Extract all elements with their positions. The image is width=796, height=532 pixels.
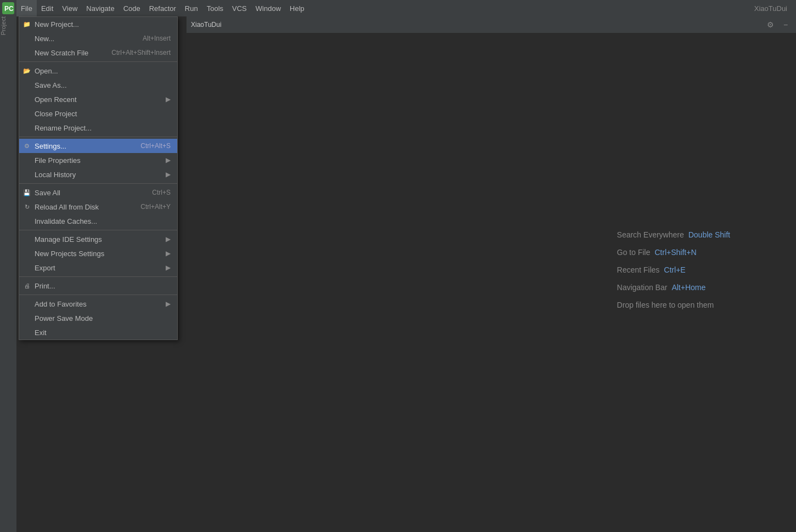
menu-item-add-to-favorites[interactable]: Add to Favorites ▶: [19, 297, 177, 311]
svg-text:PC: PC: [4, 5, 14, 13]
menu-item-export[interactable]: Export ▶: [19, 261, 177, 275]
menu-vcs[interactable]: VCS: [228, 0, 251, 16]
save-icon: 💾: [22, 188, 31, 197]
menu-item-new[interactable]: New... Alt+Insert: [19, 31, 177, 46]
menu-edit[interactable]: Edit: [37, 0, 58, 16]
hint-drop-label: Drop files here to open them: [617, 301, 714, 309]
project-tab-label: XiaoTuDui: [191, 21, 222, 29]
arrow-icon-4: ▶: [166, 235, 171, 243]
menu-item-new-project[interactable]: 📁 New Project...: [19, 17, 177, 31]
menubar: PC File Edit View Navigate Code Refactor…: [0, 0, 796, 16]
hint-search-shortcut: Double Shift: [688, 230, 730, 239]
menu-item-save-all[interactable]: 💾 Save All Ctrl+S: [19, 185, 177, 200]
menu-item-save-as[interactable]: Save As...: [19, 78, 177, 92]
folder-icon: 📁: [22, 20, 31, 29]
menu-window[interactable]: Window: [251, 0, 285, 16]
menu-item-power-save-mode[interactable]: Power Save Mode: [19, 311, 177, 325]
hint-search-everywhere: Search Everywhere Double Shift: [617, 230, 730, 239]
menu-view[interactable]: View: [58, 0, 82, 16]
open-folder-icon: 📂: [22, 66, 31, 75]
file-dropdown-menu: 📁 New Project... New... Alt+Insert New S…: [19, 16, 178, 340]
menu-item-print[interactable]: 🖨 Print...: [19, 279, 177, 293]
hint-nav-label: Navigation Bar: [617, 283, 668, 292]
print-icon: 🖨: [22, 281, 31, 290]
hint-recent-files: Recent Files Ctrl+E: [617, 265, 730, 274]
separator-5: [19, 276, 177, 277]
hint-area: Search Everywhere Double Shift Go to Fil…: [617, 230, 730, 318]
hint-navigation-bar: Navigation Bar Alt+Home: [617, 283, 730, 292]
menu-item-file-properties[interactable]: File Properties ▶: [19, 153, 177, 167]
arrow-icon-3: ▶: [166, 171, 171, 178]
hint-drop-files: Drop files here to open them: [617, 301, 730, 309]
hint-search-label: Search Everywhere: [617, 230, 684, 239]
top-toolbar: XiaoTuDui ⚙ −: [187, 16, 796, 33]
arrow-icon: ▶: [166, 95, 171, 103]
menu-refactor[interactable]: Refactor: [145, 0, 180, 16]
menu-item-manage-ide-settings[interactable]: Manage IDE Settings ▶: [19, 232, 177, 246]
menu-item-open[interactable]: 📂 Open...: [19, 64, 177, 78]
hint-goto-label: Go to File: [617, 248, 651, 257]
separator-1: [19, 61, 177, 62]
menu-navigate[interactable]: Navigate: [82, 0, 118, 16]
hint-goto-shortcut: Ctrl+Shift+N: [654, 248, 696, 257]
sidebar: Project: [0, 16, 16, 532]
hint-nav-shortcut: Alt+Home: [671, 283, 705, 292]
arrow-icon-5: ▶: [166, 250, 171, 257]
menu-item-close-project[interactable]: Close Project: [19, 106, 177, 121]
arrow-icon-2: ▶: [166, 156, 171, 164]
app-title: XiaoTuDui: [754, 4, 794, 13]
arrow-icon-6: ▶: [166, 264, 171, 271]
menu-item-reload-all[interactable]: ↻ Reload All from Disk Ctrl+Alt+Y: [19, 200, 177, 214]
gear-icon: ⚙: [22, 142, 31, 150]
menu-help[interactable]: Help: [285, 0, 309, 16]
arrow-icon-7: ▶: [166, 300, 171, 308]
menu-item-exit[interactable]: Exit: [19, 325, 177, 339]
hint-recent-shortcut: Ctrl+E: [664, 265, 685, 274]
settings-toolbar-button[interactable]: ⚙: [764, 19, 776, 31]
separator-6: [19, 295, 177, 295]
menu-item-rename-project[interactable]: Rename Project...: [19, 121, 177, 135]
menu-item-local-history[interactable]: Local History ▶: [19, 167, 177, 182]
app-logo: PC: [2, 2, 14, 14]
menu-item-settings[interactable]: ⚙ Settings... Ctrl+Alt+S: [19, 139, 177, 153]
menu-item-new-projects-settings[interactable]: New Projects Settings ▶: [19, 246, 177, 261]
menu-tools[interactable]: Tools: [202, 0, 228, 16]
menu-file[interactable]: File: [16, 0, 37, 16]
minimize-toolbar-button[interactable]: −: [780, 19, 792, 31]
menu-item-invalidate-caches[interactable]: Invalidate Caches...: [19, 214, 177, 228]
menu-run[interactable]: Run: [180, 0, 202, 16]
separator-2: [19, 137, 177, 137]
sidebar-project-label[interactable]: Project: [0, 16, 7, 41]
separator-3: [19, 183, 177, 184]
hint-recent-label: Recent Files: [617, 265, 660, 274]
separator-4: [19, 230, 177, 230]
reload-icon: ↻: [22, 202, 31, 211]
menu-item-open-recent[interactable]: Open Recent ▶: [19, 92, 177, 106]
hint-goto-file: Go to File Ctrl+Shift+N: [617, 248, 730, 257]
menu-code[interactable]: Code: [119, 0, 145, 16]
menu-item-new-scratch-file[interactable]: New Scratch File Ctrl+Alt+Shift+Insert: [19, 46, 177, 60]
